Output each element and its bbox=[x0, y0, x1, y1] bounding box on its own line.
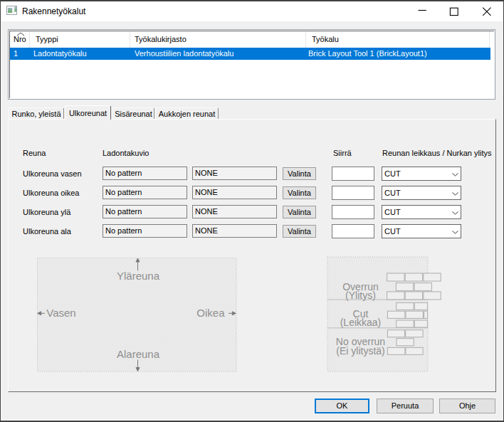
svg-text:(Ei ylitystä): (Ei ylitystä) bbox=[336, 345, 384, 357]
svg-text:Yläreuna: Yläreuna bbox=[117, 270, 160, 282]
svg-text:(Ylitys): (Ylitys) bbox=[345, 290, 376, 301]
svg-text:Vasen: Vasen bbox=[46, 307, 75, 319]
svg-text:Alareuna: Alareuna bbox=[117, 348, 160, 360]
svg-text:Oikea: Oikea bbox=[196, 307, 225, 319]
svg-text:(Leikkaa): (Leikkaa) bbox=[340, 317, 382, 328]
